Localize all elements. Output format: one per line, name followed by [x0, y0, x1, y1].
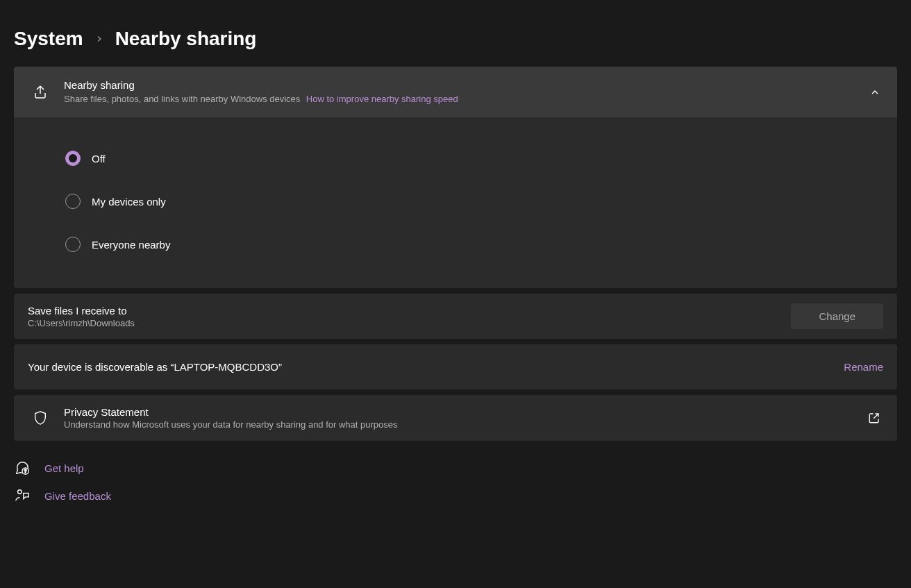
external-link-icon — [868, 412, 880, 424]
radio-off[interactable]: Off — [31, 137, 880, 180]
give-feedback-link[interactable]: Give feedback — [14, 488, 897, 503]
svg-point-2 — [18, 490, 22, 494]
radio-label: Everyone nearby — [92, 239, 170, 251]
save-files-card: Save files I receive to C:\Users\rimzh\D… — [14, 294, 897, 339]
radio-my-devices-only[interactable]: My devices only — [31, 180, 880, 223]
device-discoverable-text: Your device is discoverable as “LAPTOP-M… — [28, 361, 282, 373]
radio-indicator — [65, 151, 81, 166]
radio-label: Off — [92, 153, 106, 165]
radio-indicator — [65, 194, 81, 209]
get-help-link[interactable]: ? Get help — [14, 460, 897, 476]
nearby-sharing-subtitle: Share files, photos, and links with near… — [64, 94, 300, 104]
chevron-right-icon — [94, 34, 104, 44]
nearby-sharing-options: Off My devices only Everyone nearby — [14, 117, 897, 288]
give-feedback-label: Give feedback — [44, 490, 111, 502]
help-icon: ? — [14, 460, 31, 476]
change-button[interactable]: Change — [791, 303, 883, 329]
radio-label: My devices only — [92, 196, 166, 208]
breadcrumb-current: Nearby sharing — [115, 28, 257, 50]
svg-text:?: ? — [24, 469, 27, 473]
save-files-title: Save files I receive to — [28, 305, 135, 317]
share-icon — [31, 84, 50, 101]
privacy-title: Privacy Statement — [64, 406, 854, 418]
nearby-sharing-header[interactable]: Nearby sharing Share files, photos, and … — [14, 67, 897, 117]
feedback-icon — [14, 488, 31, 503]
breadcrumb: System Nearby sharing — [14, 28, 897, 50]
device-name-card: Your device is discoverable as “LAPTOP-M… — [14, 344, 897, 389]
nearby-sharing-help-link[interactable]: How to improve nearby sharing speed — [306, 94, 458, 104]
privacy-subtitle: Understand how Microsoft uses your data … — [64, 419, 854, 430]
chevron-up-icon[interactable] — [869, 87, 880, 98]
breadcrumb-parent[interactable]: System — [14, 28, 83, 50]
privacy-statement-card[interactable]: Privacy Statement Understand how Microso… — [14, 395, 897, 441]
nearby-sharing-title: Nearby sharing — [64, 79, 855, 91]
rename-link[interactable]: Rename — [844, 361, 883, 373]
radio-everyone-nearby[interactable]: Everyone nearby — [31, 223, 880, 266]
shield-icon — [31, 410, 50, 426]
radio-indicator — [65, 237, 81, 252]
save-files-path: C:\Users\rimzh\Downloads — [28, 318, 135, 328]
get-help-label: Get help — [44, 462, 84, 474]
